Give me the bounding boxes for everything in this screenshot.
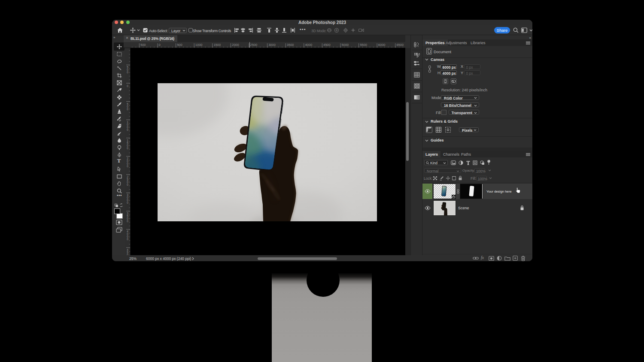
svg-text:500: 500: [140, 43, 146, 47]
svg-text:1000: 1000: [195, 43, 203, 47]
svg-text:4000: 4000: [305, 43, 312, 47]
svg-text:2000: 2000: [127, 157, 128, 168]
svg-text:0: 0: [127, 84, 128, 87]
svg-text:1500: 1500: [127, 139, 128, 150]
svg-text:3500: 3500: [127, 212, 128, 223]
svg-text:1000: 1000: [127, 121, 128, 131]
svg-text:1500: 1500: [213, 43, 221, 47]
svg-text:4500: 4500: [323, 43, 331, 47]
svg-text:2500: 2500: [250, 43, 258, 47]
svg-text:4500: 4500: [127, 248, 128, 256]
svg-text:500: 500: [127, 66, 128, 74]
svg-text:3000: 3000: [127, 193, 128, 204]
svg-text:2500: 2500: [127, 175, 128, 186]
svg-text:6000: 6000: [378, 43, 386, 47]
svg-text:0: 0: [159, 43, 161, 47]
svg-text:5500: 5500: [360, 43, 367, 47]
svg-text:2000: 2000: [232, 43, 239, 47]
svg-text:500: 500: [127, 103, 128, 111]
svg-text:3000: 3000: [268, 43, 276, 47]
svg-text:6500: 6500: [396, 43, 404, 47]
svg-text:3500: 3500: [287, 43, 294, 47]
svg-text:500: 500: [177, 43, 182, 47]
svg-text:4000: 4000: [127, 230, 128, 241]
svg-text:5000: 5000: [342, 43, 349, 47]
